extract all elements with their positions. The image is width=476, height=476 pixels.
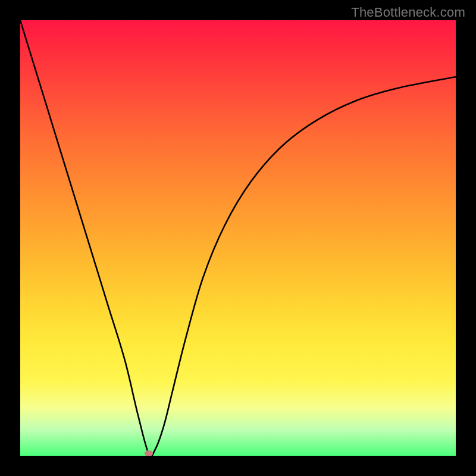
watermark-text: TheBottleneck.com [351,5,465,20]
chart-frame: TheBottleneck.com [0,0,476,476]
optimal-point-marker [145,450,153,456]
curve-layer [20,20,456,456]
plot-area [20,20,456,456]
bottleneck-curve [20,20,456,456]
